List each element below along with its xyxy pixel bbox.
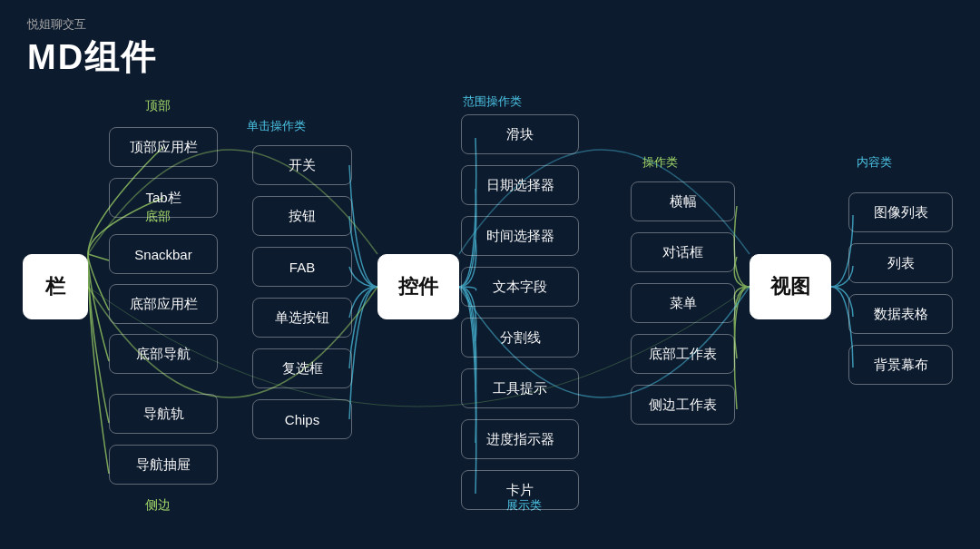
cat-label-single: 单击操作类 (247, 118, 306, 134)
node-huakuai: 滑块 (461, 114, 579, 154)
node-anniu: 按钮 (252, 196, 352, 236)
node-dingbu-yingyonglan: 顶部应用栏 (109, 127, 218, 167)
node-tab-lan: Tab栏 (109, 178, 218, 218)
header-title: MD组件 (27, 34, 157, 81)
node-liebiao: 列表 (848, 243, 953, 283)
cat-label-content: 内容类 (857, 154, 892, 171)
node-fuxuan-kuang: 复选框 (252, 348, 352, 388)
hub-lan: 栏 (23, 254, 88, 319)
node-daohang-chuti: 导航抽屉 (109, 445, 218, 485)
node-snackbar: Snackbar (109, 234, 218, 274)
node-fab: FAB (252, 247, 352, 287)
node-jindu-zhishiqi: 进度指示器 (461, 419, 579, 459)
node-tupian-liebiao: 图像列表 (848, 192, 953, 232)
cat-label-top: 顶部 (145, 98, 171, 114)
node-wenben-ziduan: 文本字段 (461, 267, 579, 307)
cat-label-range: 范围操作类 (463, 93, 522, 110)
node-dibu-daohang: 底部导航 (109, 334, 218, 374)
node-shuju-biaoge: 数据表格 (848, 294, 953, 334)
node-hengfu: 横幅 (631, 181, 735, 221)
node-fengexian: 分割线 (461, 318, 579, 358)
cat-label-op: 操作类 (642, 154, 678, 171)
node-ceping-gongzuobiao: 侧边工作表 (631, 385, 735, 425)
node-danxuan-anniu: 单选按钮 (252, 298, 352, 338)
node-dibu-gongzuobiao: 底部工作表 (631, 334, 735, 374)
node-kaiguan: 开关 (252, 145, 352, 185)
node-gongju-tishi: 工具提示 (461, 368, 579, 408)
node-caidan: 菜单 (631, 283, 735, 323)
node-riqi-xuanzeqi: 日期选择器 (461, 165, 579, 205)
node-duihuakuang: 对话框 (631, 232, 735, 272)
node-chips: Chips (252, 399, 352, 439)
node-dibu-yingyonglan: 底部应用栏 (109, 284, 218, 324)
cat-label-side: 侧边 (145, 497, 171, 514)
header: 悦姐聊交互 MD组件 (27, 16, 157, 81)
node-beijing-mubu: 背景幕布 (848, 345, 953, 385)
hub-shitu: 视图 (750, 254, 831, 319)
node-kapian: 卡片 (461, 470, 579, 510)
node-shijian-xuanzeqi: 时间选择器 (461, 216, 579, 256)
header-subtitle: 悦姐聊交互 (27, 16, 157, 33)
hub-kongzhi: 控件 (377, 254, 459, 319)
node-daohang-gui: 导航轨 (109, 394, 218, 434)
